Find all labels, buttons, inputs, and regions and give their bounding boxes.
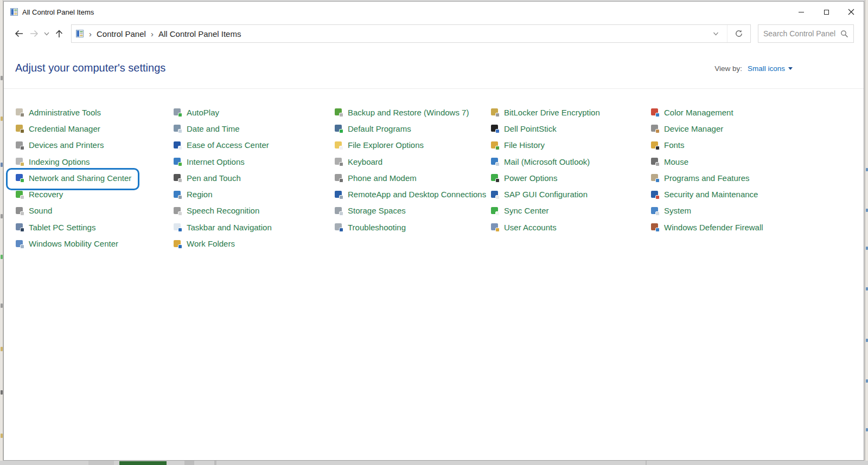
control-panel-item[interactable]: Credential Manager xyxy=(15,120,173,137)
search-box[interactable] xyxy=(758,24,854,43)
control-panel-item[interactable]: Recovery xyxy=(15,186,173,202)
control-panel-item[interactable]: Work Folders xyxy=(173,235,334,251)
address-dropdown-button[interactable] xyxy=(704,25,727,42)
region-icon xyxy=(173,190,182,199)
control-panel-item[interactable]: Taskbar and Navigation xyxy=(173,219,334,235)
control-panel-item[interactable]: AutoPlay xyxy=(173,104,334,120)
bitlocker-drive-encryption-icon xyxy=(490,108,499,117)
control-panel-item[interactable]: Security and Maintenance xyxy=(650,186,857,202)
breadcrumb-separator: › xyxy=(151,29,154,38)
ease-of-access-center-icon xyxy=(173,141,182,150)
taskbar-and-navigation-icon xyxy=(173,223,182,231)
titlebar[interactable]: All Control Panel Items xyxy=(4,2,864,22)
control-panel-item[interactable]: Default Programs xyxy=(334,120,490,137)
mouse-icon xyxy=(650,157,659,166)
dell-pointstick-icon xyxy=(490,124,499,133)
items-column: Backup and Restore (Windows 7)Default Pr… xyxy=(334,104,490,252)
breadcrumb-control-panel[interactable]: Control Panel xyxy=(97,29,146,38)
control-panel-item[interactable]: Programs and Features xyxy=(650,170,857,186)
background-window-bottom-strip xyxy=(0,461,868,465)
navigation-bar: › Control Panel › All Control Panel Item… xyxy=(4,22,864,45)
control-panel-item[interactable]: Sound xyxy=(15,203,173,219)
fonts-icon xyxy=(650,141,659,150)
control-panel-item[interactable]: File Explorer Options xyxy=(334,137,490,153)
view-by-value: Small icons xyxy=(748,64,785,73)
page-title: Adjust your computer's settings xyxy=(15,62,165,74)
control-panel-item-label: Internet Options xyxy=(187,157,245,166)
keyboard-icon xyxy=(334,157,343,166)
control-panel-item[interactable]: Internet Options xyxy=(173,153,334,170)
view-by-dropdown[interactable]: Small icons xyxy=(748,64,793,73)
close-button[interactable] xyxy=(839,2,864,22)
back-button[interactable] xyxy=(11,24,27,43)
search-input[interactable] xyxy=(763,29,840,38)
control-panel-item-label: Keyboard xyxy=(348,157,382,166)
control-panel-item[interactable]: Phone and Modem xyxy=(334,170,490,186)
breadcrumb-separator: › xyxy=(89,29,92,38)
windows-mobility-center-icon xyxy=(15,240,24,248)
control-panel-item[interactable]: Region xyxy=(173,186,334,202)
mail-microsoft-outlook-icon xyxy=(490,157,499,166)
control-panel-item[interactable]: Indexing Options xyxy=(15,153,173,170)
refresh-button[interactable] xyxy=(727,25,750,42)
date-and-time-icon xyxy=(173,124,182,133)
administrative-tools-icon xyxy=(15,108,24,117)
speech-recognition-icon xyxy=(173,206,182,215)
background-sheet-tab-bar xyxy=(119,461,167,465)
network-and-sharing-center-icon xyxy=(15,173,24,182)
control-panel-item[interactable]: System xyxy=(650,203,857,219)
control-panel-item[interactable]: Storage Spaces xyxy=(334,203,490,219)
address-bar[interactable]: › Control Panel › All Control Panel Item… xyxy=(71,24,751,43)
indexing-options-icon xyxy=(15,157,24,166)
control-panel-item[interactable]: Power Options xyxy=(490,170,650,186)
control-panel-item[interactable]: RemoteApp and Desktop Connections xyxy=(334,186,490,202)
security-and-maintenance-icon xyxy=(650,190,659,199)
control-panel-item[interactable]: Color Management xyxy=(650,104,857,120)
up-button[interactable] xyxy=(52,24,67,43)
control-panel-item[interactable]: Date and Time xyxy=(173,120,334,137)
work-folders-icon xyxy=(173,240,182,248)
control-panel-item[interactable]: Windows Mobility Center xyxy=(15,235,173,251)
control-panel-item[interactable]: Fonts xyxy=(650,137,857,153)
control-panel-item[interactable]: Windows Defender Firewall xyxy=(650,219,857,235)
control-panel-item-label: BitLocker Drive Encryption xyxy=(504,108,600,117)
control-panel-item-label: Phone and Modem xyxy=(348,173,417,183)
control-panel-item[interactable]: Devices and Printers xyxy=(15,137,173,153)
control-panel-item[interactable]: Keyboard xyxy=(334,153,490,170)
control-panel-item[interactable]: Mail (Microsoft Outlook) xyxy=(490,153,650,170)
control-panel-item[interactable]: BitLocker Drive Encryption xyxy=(490,104,650,120)
breadcrumb-all-control-panel-items[interactable]: All Control Panel Items xyxy=(158,29,241,38)
control-panel-window: All Control Panel Items xyxy=(3,1,864,461)
control-panel-item[interactable]: SAP GUI Configuration xyxy=(490,186,650,202)
internet-options-icon xyxy=(173,157,182,166)
control-panel-item[interactable]: Sync Center xyxy=(490,203,650,219)
window-title: All Control Panel Items xyxy=(22,8,94,16)
control-panel-item[interactable]: Device Manager xyxy=(650,120,857,137)
control-panel-item-label: Troubleshooting xyxy=(348,223,406,232)
control-panel-item[interactable]: Tablet PC Settings xyxy=(15,219,173,235)
search-icon[interactable] xyxy=(840,30,848,38)
forward-button[interactable] xyxy=(27,24,42,43)
control-panel-item[interactable]: Dell PointStick xyxy=(490,120,650,137)
devices-and-printers-icon xyxy=(15,141,24,150)
control-panel-item-label: Credential Manager xyxy=(29,124,100,133)
page-header: Adjust your computer's settings View by:… xyxy=(4,45,864,89)
control-panel-item-label: Sync Center xyxy=(504,206,549,215)
recent-locations-button[interactable] xyxy=(42,24,52,43)
minimize-button[interactable] xyxy=(789,2,814,22)
control-panel-item[interactable]: File History xyxy=(490,137,650,153)
control-panel-item[interactable]: User Accounts xyxy=(490,219,650,235)
maximize-button[interactable] xyxy=(814,2,839,22)
sync-center-icon xyxy=(490,206,499,215)
device-manager-icon xyxy=(650,124,659,133)
control-panel-item[interactable]: Mouse xyxy=(650,153,857,170)
control-panel-item[interactable]: Backup and Restore (Windows 7) xyxy=(334,104,490,120)
minimize-icon xyxy=(799,12,804,12)
control-panel-item[interactable]: Speech Recognition xyxy=(173,203,334,219)
control-panel-item[interactable]: Ease of Access Center xyxy=(173,137,334,153)
control-panel-item[interactable]: Pen and Touch xyxy=(173,170,334,186)
control-panel-item[interactable]: Troubleshooting xyxy=(334,219,490,235)
control-panel-item-highlighted[interactable]: Network and Sharing Center xyxy=(15,170,173,186)
control-panel-item[interactable]: Administrative Tools xyxy=(15,104,173,120)
control-panel-icon xyxy=(10,8,18,16)
